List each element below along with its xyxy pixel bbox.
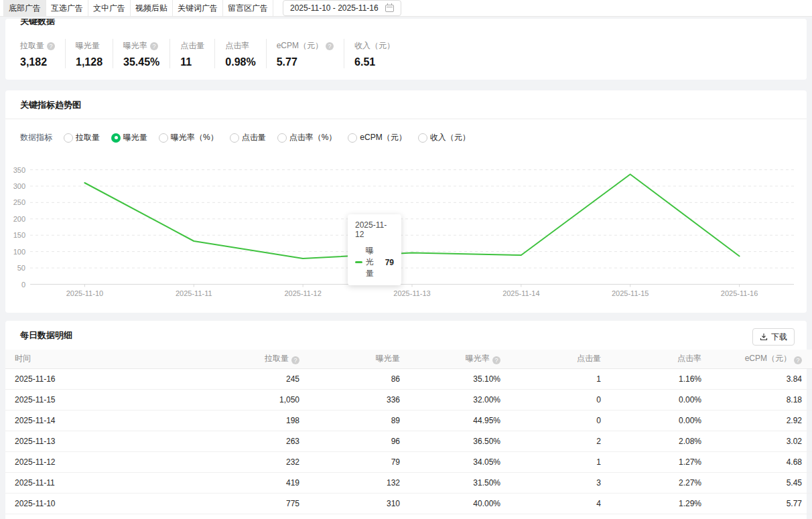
radio-option-5[interactable]: eCPM（元） bbox=[348, 132, 406, 143]
tooltip-date: 2025-11-12 bbox=[355, 220, 394, 239]
download-label: 下载 bbox=[771, 331, 787, 343]
column-header-2: 曝光量 bbox=[299, 350, 400, 368]
date-range-picker[interactable]: 2025-11-10 - 2025-11-16 bbox=[283, 0, 401, 16]
radio-label: 拉取量 bbox=[76, 132, 100, 143]
table-cell: 2025-11-13 bbox=[5, 431, 199, 451]
radio-option-6[interactable]: 收入（元） bbox=[418, 132, 470, 143]
trend-chart-svg: 0501001502002503003502025-11-102025-11-1… bbox=[5, 157, 807, 299]
ad-tab-5[interactable]: 留言区广告 bbox=[223, 0, 273, 16]
metric-label: 拉取量? bbox=[20, 40, 55, 52]
metric-label-text: 点击率 bbox=[225, 40, 249, 52]
svg-text:50: 50 bbox=[17, 264, 25, 272]
table-cell: 1 bbox=[500, 451, 601, 472]
table-cell: 0.33 bbox=[802, 368, 812, 389]
help-icon[interactable]: ? bbox=[291, 356, 299, 364]
table-cell: 96 bbox=[299, 431, 400, 451]
column-header-4: 点击量 bbox=[500, 350, 601, 368]
table-cell: 4 bbox=[500, 493, 601, 514]
summary-metrics: 拉取量?3,182曝光量1,128曝光率?35.45%点击量11点击率0.98%… bbox=[20, 39, 405, 68]
metric-3: 点击量11 bbox=[170, 39, 215, 68]
radio-option-3[interactable]: 点击量 bbox=[230, 132, 266, 143]
metric-label-text: eCPM（元） bbox=[277, 40, 323, 52]
table-cell: 2025-11-12 bbox=[5, 451, 199, 472]
metric-label-text: 曝光率 bbox=[123, 40, 147, 52]
metric-value: 1,128 bbox=[76, 56, 103, 68]
ad-tab-0[interactable]: 底部广告 bbox=[4, 0, 46, 16]
svg-text:0: 0 bbox=[21, 281, 25, 289]
table-cell: 40.00% bbox=[400, 493, 500, 514]
column-header-label: 点击率 bbox=[677, 354, 701, 363]
ad-tab-1[interactable]: 互选广告 bbox=[46, 0, 88, 16]
help-icon[interactable]: ? bbox=[326, 42, 334, 50]
help-icon[interactable]: ? bbox=[492, 356, 500, 364]
column-header-label: 拉取量 bbox=[265, 354, 289, 363]
ad-tab-3[interactable]: 视频后贴 bbox=[131, 0, 173, 16]
metric-6: 收入（元）6.51 bbox=[344, 39, 405, 68]
radio-dot bbox=[230, 133, 239, 143]
table-cell: 310 bbox=[299, 493, 400, 514]
summary-title: 关键数据 bbox=[20, 19, 55, 27]
table-row-0: 2025-11-162458635.10%11.16%3.840.33 bbox=[5, 368, 812, 389]
metric-label: 曝光率? bbox=[123, 40, 159, 52]
metric-2: 曝光率?35.45% bbox=[113, 39, 170, 68]
metric-label-text: 曝光量 bbox=[76, 40, 100, 52]
table-cell: 1,050 bbox=[199, 389, 299, 410]
metric-label-text: 点击量 bbox=[180, 40, 204, 52]
radio-label: 曝光量 bbox=[123, 132, 147, 143]
help-icon[interactable]: ? bbox=[794, 356, 802, 364]
table-row-6: 2025-11-1077531040.00%41.29%5.771.79 bbox=[5, 493, 812, 514]
radio-option-1[interactable]: 曝光量 bbox=[111, 132, 147, 143]
metric-value: 3,182 bbox=[20, 56, 55, 68]
help-icon[interactable]: ? bbox=[47, 42, 55, 50]
table-cell: 1.27% bbox=[601, 451, 701, 472]
metric-0: 拉取量?3,182 bbox=[20, 39, 66, 68]
table-cell: 0.00% bbox=[601, 389, 701, 410]
radio-option-2[interactable]: 曝光率（%） bbox=[159, 132, 218, 143]
column-header-0: 时间 bbox=[5, 350, 199, 368]
radio-label: 点击量 bbox=[242, 132, 266, 143]
help-icon[interactable]: ? bbox=[150, 42, 158, 50]
radio-label: 点击率（%） bbox=[289, 132, 337, 143]
metric-5: eCPM（元）?5.77 bbox=[267, 39, 344, 68]
table-cell: 89 bbox=[299, 410, 400, 431]
radio-label: 曝光率（%） bbox=[171, 132, 218, 143]
metric-label: 点击率 bbox=[225, 40, 255, 52]
table-cell: 2.75 bbox=[802, 389, 812, 410]
ad-tab-4[interactable]: 关键词广告 bbox=[173, 0, 223, 16]
chart-tooltip: 2025-11-12 曝光量 79 bbox=[348, 214, 401, 285]
tooltip-series-marker bbox=[355, 261, 362, 263]
table-cell: 0.72 bbox=[802, 472, 812, 493]
svg-text:200: 200 bbox=[13, 215, 25, 223]
svg-text:150: 150 bbox=[13, 231, 25, 239]
trend-chart[interactable]: 0501001502002503003502025-11-102025-11-1… bbox=[5, 157, 807, 299]
column-header-label: 点击量 bbox=[577, 354, 601, 363]
svg-text:2025-11-16: 2025-11-16 bbox=[721, 289, 758, 297]
summary-card: 关键数据 拉取量?3,182曝光量1,128曝光率?35.45%点击量11点击率… bbox=[5, 19, 807, 80]
table-cell: 2025-11-15 bbox=[5, 389, 199, 410]
column-header-7: 收入（元） bbox=[802, 350, 812, 368]
metric-label: 收入（元） bbox=[354, 40, 395, 52]
ad-tab-2[interactable]: 文中广告 bbox=[88, 0, 131, 16]
table-cell: 1.29% bbox=[601, 493, 701, 514]
trend-line-曝光量 bbox=[84, 174, 739, 258]
table-cell: 2025-11-10 bbox=[5, 493, 199, 514]
svg-text:250: 250 bbox=[13, 198, 25, 206]
column-header-label: 曝光量 bbox=[376, 354, 400, 363]
column-header-label: eCPM（元） bbox=[745, 354, 791, 363]
radio-dot bbox=[277, 133, 287, 143]
svg-text:2025-11-12: 2025-11-12 bbox=[284, 289, 321, 297]
radio-option-0[interactable]: 拉取量 bbox=[64, 132, 100, 143]
table-cell: 32.00% bbox=[400, 389, 500, 410]
radio-option-4[interactable]: 点击率（%） bbox=[277, 132, 337, 143]
column-header-label: 曝光率 bbox=[466, 354, 490, 363]
svg-text:300: 300 bbox=[13, 182, 25, 190]
download-button[interactable]: 下载 bbox=[752, 328, 795, 346]
column-header-5: 点击率 bbox=[601, 350, 701, 368]
table-cell: 44.95% bbox=[400, 410, 500, 431]
table-cell: 1.16% bbox=[601, 368, 701, 389]
svg-text:2025-11-10: 2025-11-10 bbox=[66, 289, 103, 297]
table-cell: 132 bbox=[299, 472, 400, 493]
table-cell: 775 bbox=[199, 493, 299, 514]
table-header-row: 时间拉取量?曝光量曝光率?点击量点击率eCPM（元）?收入（元） bbox=[5, 350, 812, 368]
trend-title: 关键指标趋势图 bbox=[20, 100, 81, 110]
